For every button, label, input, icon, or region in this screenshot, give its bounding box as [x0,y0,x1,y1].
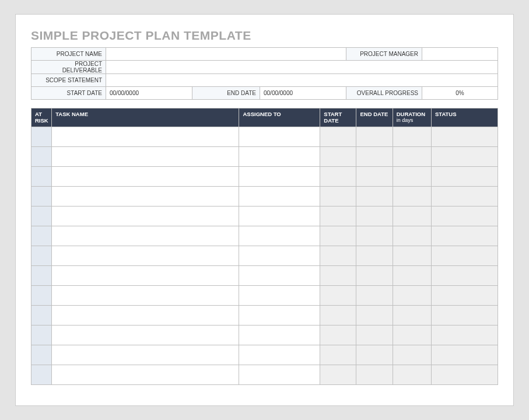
task-name-cell[interactable] [52,265,239,285]
at-risk-cell[interactable] [31,166,52,186]
start-date-cell[interactable] [320,345,356,365]
status-cell[interactable] [431,305,498,325]
start-date-cell[interactable] [320,127,356,146]
assigned-to-cell[interactable] [239,127,320,146]
task-name-cell[interactable] [52,206,239,226]
at-risk-cell[interactable] [31,265,52,285]
task-name-cell[interactable] [52,226,239,246]
assigned-to-cell[interactable] [239,186,320,206]
status-cell[interactable] [431,325,498,345]
start-date-cell[interactable] [320,206,356,226]
start-date-value[interactable]: 00/00/0000 [106,87,192,100]
at-risk-cell[interactable] [31,246,52,265]
status-cell[interactable] [431,246,498,265]
end-date-cell[interactable] [356,265,393,285]
duration-cell[interactable] [393,246,431,265]
at-risk-cell[interactable] [31,345,52,365]
end-date-cell[interactable] [356,166,393,186]
assigned-to-cell[interactable] [239,226,320,246]
end-date-cell[interactable] [356,305,393,325]
duration-cell[interactable] [393,166,431,186]
duration-cell[interactable] [393,365,431,384]
start-date-cell[interactable] [320,365,356,384]
duration-cell[interactable] [393,186,431,206]
status-cell[interactable] [431,365,498,384]
end-date-cell[interactable] [356,127,393,146]
assigned-to-cell[interactable] [239,206,320,226]
end-date-cell[interactable] [356,285,393,305]
start-date-cell[interactable] [320,246,356,265]
task-name-cell[interactable] [52,305,239,325]
duration-cell[interactable] [393,305,431,325]
start-date-cell[interactable] [320,265,356,285]
task-name-cell[interactable] [52,166,239,186]
task-name-cell[interactable] [52,127,239,146]
status-cell[interactable] [431,226,498,246]
assigned-to-cell[interactable] [239,305,320,325]
start-date-cell[interactable] [320,166,356,186]
start-date-cell[interactable] [320,305,356,325]
end-date-cell[interactable] [356,345,393,365]
end-date-cell[interactable] [356,246,393,265]
duration-cell[interactable] [393,226,431,246]
duration-cell[interactable] [393,146,431,166]
end-date-cell[interactable] [356,365,393,384]
start-date-cell[interactable] [320,186,356,206]
start-date-cell[interactable] [320,226,356,246]
end-date-value[interactable]: 00/00/0000 [260,87,346,100]
assigned-to-cell[interactable] [239,345,320,365]
at-risk-cell[interactable] [31,365,52,384]
at-risk-cell[interactable] [31,186,52,206]
end-date-cell[interactable] [356,325,393,345]
assigned-to-cell[interactable] [239,265,320,285]
project-name-value[interactable] [106,48,346,61]
status-cell[interactable] [431,265,498,285]
status-cell[interactable] [431,127,498,146]
status-cell[interactable] [431,345,498,365]
start-date-cell[interactable] [320,325,356,345]
task-name-cell[interactable] [52,345,239,365]
end-date-cell[interactable] [356,146,393,166]
assigned-to-cell[interactable] [239,325,320,345]
task-name-cell[interactable] [52,146,239,166]
overall-progress-value[interactable]: 0% [422,87,498,100]
duration-cell[interactable] [393,127,431,146]
assigned-to-cell[interactable] [239,285,320,305]
deliverable-value[interactable] [106,61,498,74]
task-name-cell[interactable] [52,365,239,384]
at-risk-cell[interactable] [31,325,52,345]
scope-label: SCOPE STATEMENT [31,74,106,87]
start-date-cell[interactable] [320,146,356,166]
status-cell[interactable] [431,285,498,305]
end-date-cell[interactable] [356,206,393,226]
task-name-cell[interactable] [52,246,239,265]
assigned-to-cell[interactable] [239,146,320,166]
duration-cell[interactable] [393,206,431,226]
end-date-cell[interactable] [356,226,393,246]
at-risk-cell[interactable] [31,285,52,305]
assigned-to-cell[interactable] [239,246,320,265]
duration-cell[interactable] [393,345,431,365]
status-cell[interactable] [431,166,498,186]
end-date-cell[interactable] [356,186,393,206]
assigned-to-cell[interactable] [239,365,320,384]
project-manager-value[interactable] [422,48,498,61]
task-name-cell[interactable] [52,285,239,305]
table-row [31,186,498,206]
status-cell[interactable] [431,186,498,206]
at-risk-cell[interactable] [31,146,52,166]
at-risk-cell[interactable] [31,226,52,246]
status-cell[interactable] [431,146,498,166]
assigned-to-cell[interactable] [239,166,320,186]
status-cell[interactable] [431,206,498,226]
at-risk-cell[interactable] [31,305,52,325]
task-name-cell[interactable] [52,186,239,206]
task-name-cell[interactable] [52,325,239,345]
scope-value[interactable] [106,74,498,87]
at-risk-cell[interactable] [31,206,52,226]
duration-cell[interactable] [393,265,431,285]
start-date-cell[interactable] [320,285,356,305]
duration-cell[interactable] [393,285,431,305]
at-risk-cell[interactable] [31,127,52,146]
duration-cell[interactable] [393,325,431,345]
